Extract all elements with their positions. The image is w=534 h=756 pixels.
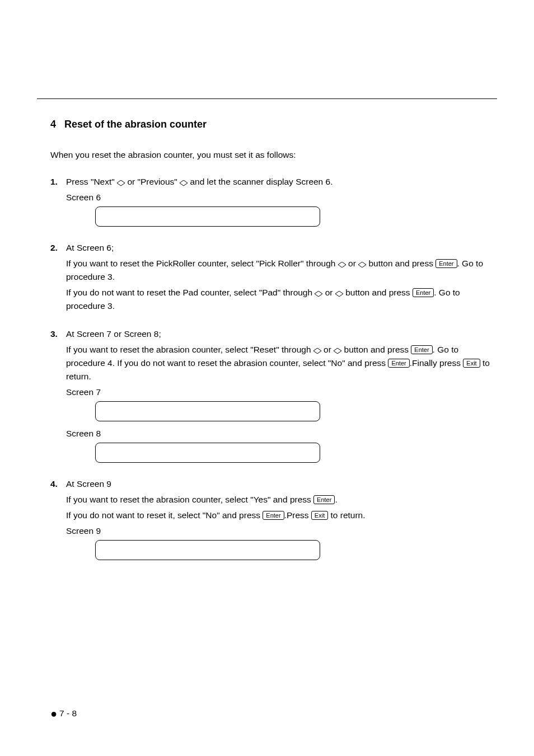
step-1-number: 1.: [50, 175, 58, 189]
text-fragment: or: [346, 259, 358, 268]
page-number: 7 - 8: [59, 708, 77, 718]
intro-text: When you reset the abrasion counter, you…: [50, 148, 497, 162]
step-4: 4. At Screen 9 If you want to reset the …: [50, 477, 497, 560]
text-fragment: or: [322, 288, 335, 297]
step-3-number: 3.: [50, 327, 58, 341]
step-3: 3. At Screen 7 or Screen 8; If you want …: [50, 327, 497, 463]
diamond-icon: [315, 291, 322, 297]
diamond-icon: [338, 262, 346, 267]
step-2-body: At Screen 6; If you want to reset the Pi…: [66, 241, 497, 313]
svg-marker-1: [180, 180, 188, 186]
section-heading: 4 Reset of the abrasion counter: [50, 117, 497, 133]
text-fragment: .Press: [284, 510, 311, 520]
step-4-p2: If you do not want to reset it, select "…: [66, 509, 497, 522]
exit-key: Exit: [311, 511, 328, 520]
svg-marker-2: [338, 262, 346, 267]
screen-8-box: [95, 443, 320, 463]
bullet-icon: ●: [50, 707, 57, 720]
page: 4 Reset of the abrasion counter When you…: [0, 0, 534, 756]
step-3-body: At Screen 7 or Screen 8; If you want to …: [66, 327, 497, 463]
step-2: 2. At Screen 6; If you want to reset the…: [50, 241, 497, 313]
exit-key: Exit: [463, 359, 480, 368]
svg-marker-0: [117, 180, 125, 186]
step-4-title: At Screen 9: [66, 477, 497, 491]
diamond-icon: [358, 262, 366, 267]
svg-marker-7: [334, 348, 341, 354]
text-fragment: or: [321, 345, 334, 354]
step-4-number: 4.: [50, 477, 58, 491]
step-3-p1: If you want to reset the abrasion counte…: [66, 343, 497, 383]
text-fragment: If you want to reset the PickRoller coun…: [66, 259, 338, 268]
heading-number: 4: [50, 119, 56, 130]
text-fragment: and let the scanner display Screen 6.: [188, 177, 332, 186]
svg-marker-6: [313, 348, 321, 354]
step-3-title: At Screen 7 or Screen 8;: [66, 327, 497, 341]
svg-marker-3: [358, 262, 366, 267]
diamond-icon: [334, 348, 341, 354]
screen-9-box: [95, 540, 320, 560]
text-fragment: button and press: [341, 345, 411, 354]
step-2-title: At Screen 6;: [66, 241, 497, 255]
screen-6-label: Screen 6: [66, 191, 497, 204]
text-fragment: or "Previous": [125, 177, 180, 186]
screen-7-box: [95, 401, 320, 421]
text-fragment: button and press: [343, 288, 413, 297]
screen-9-label: Screen 9: [66, 524, 497, 538]
step-1-body: Press "Next" or "Previous" and let the s…: [66, 175, 497, 227]
enter-key: Enter: [388, 359, 409, 368]
content-area: 4 Reset of the abrasion counter When you…: [0, 99, 534, 560]
step-4-p1: If you want to reset the abrasion counte…: [66, 493, 497, 506]
diamond-icon: [180, 180, 188, 186]
text-fragment: to return.: [328, 510, 365, 520]
page-footer: ●7 - 8: [50, 705, 77, 722]
text-fragment: button and press: [366, 259, 435, 268]
text-fragment: .: [335, 495, 337, 504]
step-2-p2: If you do not want to reset the Pad coun…: [66, 286, 497, 313]
step-1: 1. Press "Next" or "Previous" and let th…: [50, 175, 497, 227]
step-2-p1: If you want to reset the PickRoller coun…: [66, 257, 497, 284]
step-4-body: At Screen 9 If you want to reset the abr…: [66, 477, 497, 560]
diamond-icon: [335, 291, 343, 297]
svg-marker-5: [335, 291, 343, 297]
screen-7-label: Screen 7: [66, 386, 497, 399]
enter-key: Enter: [313, 495, 335, 504]
text-fragment: .Finally press: [410, 358, 463, 368]
step-2-number: 2.: [50, 241, 58, 255]
diamond-icon: [313, 348, 321, 354]
text-fragment: If you do not want to reset the Pad coun…: [66, 288, 315, 297]
step-list: 1. Press "Next" or "Previous" and let th…: [50, 175, 497, 560]
step-1-text: Press "Next" or "Previous" and let the s…: [66, 175, 497, 189]
screen-6-box: [95, 206, 320, 227]
heading-title: Reset of the abrasion counter: [64, 119, 207, 130]
enter-key: Enter: [435, 259, 457, 268]
enter-key: Enter: [263, 511, 284, 520]
enter-key: Enter: [411, 345, 432, 354]
text-fragment: If you do not want to reset it, select "…: [66, 510, 263, 520]
diamond-icon: [117, 180, 125, 186]
screen-8-label: Screen 8: [66, 427, 497, 440]
text-fragment: If you want to reset the abrasion counte…: [66, 345, 313, 354]
enter-key: Enter: [413, 288, 434, 297]
svg-marker-4: [315, 291, 322, 297]
text-fragment: If you want to reset the abrasion counte…: [66, 495, 313, 504]
text-fragment: Press "Next": [66, 177, 117, 186]
